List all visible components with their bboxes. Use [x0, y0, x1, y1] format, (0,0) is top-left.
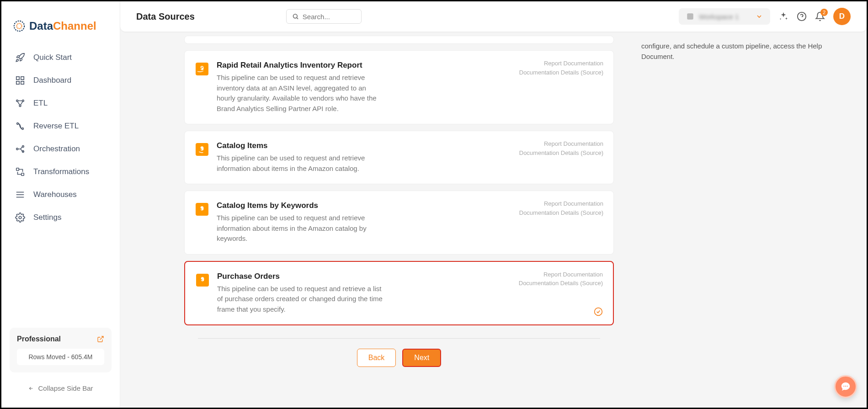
svg-point-25 — [843, 386, 844, 387]
logo-text-1: Data — [29, 20, 53, 32]
nav-label: ETL — [33, 99, 48, 108]
svg-point-20 — [293, 14, 297, 18]
card-desc: This pipeline can be used to request and… — [217, 213, 386, 244]
gear-icon — [15, 212, 25, 223]
svg-line-21 — [297, 18, 298, 19]
orchestration-icon — [15, 144, 25, 154]
main: Data Sources Workspace 1 2 D — [120, 1, 867, 408]
pipeline-card[interactable]: Rapid Retail Analytics Inventory Report … — [184, 50, 614, 124]
svg-point-24 — [595, 308, 602, 316]
amazon-icon — [196, 274, 209, 287]
pipeline-card[interactable]: Catalog Items This pipeline can be used … — [184, 131, 614, 184]
pipeline-card-partial[interactable] — [184, 36, 614, 44]
help-text: configure, and schedule a custom pipelin… — [641, 42, 822, 60]
workspace-icon — [686, 12, 694, 21]
nav-label: Quick Start — [33, 53, 72, 62]
sidebar-item-quick-start[interactable]: Quick Start — [7, 46, 114, 69]
next-button[interactable]: Next — [402, 349, 441, 367]
card-links: Report Documentation Documentation Detai… — [519, 199, 603, 217]
amazon-icon — [196, 63, 208, 75]
link-doc-details[interactable]: Documentation Details (Source) — [519, 68, 603, 77]
logo[interactable]: DataChannel — [1, 11, 120, 46]
link-report-doc[interactable]: Report Documentation — [519, 270, 603, 279]
svg-rect-15 — [21, 173, 24, 176]
warehouses-icon — [15, 190, 25, 200]
collapse-sidebar[interactable]: Collapse Side Bar — [1, 378, 120, 398]
nav-label: Warehouses — [33, 190, 77, 199]
chat-fab[interactable] — [834, 375, 857, 398]
avatar[interactable]: D — [833, 8, 851, 25]
sidebar-item-reverse-etl[interactable]: Reverse ETL — [7, 115, 114, 138]
card-desc: This pipeline can be used to request and… — [217, 73, 386, 114]
divider — [198, 338, 600, 339]
svg-point-12 — [22, 146, 24, 148]
back-button[interactable]: Back — [357, 349, 396, 367]
collapse-icon — [28, 385, 34, 392]
link-report-doc[interactable]: Report Documentation — [519, 59, 603, 68]
search-icon — [292, 12, 299, 21]
svg-point-19 — [19, 216, 21, 219]
link-doc-details[interactable]: Documentation Details (Source) — [519, 149, 603, 158]
sidebar-item-etl[interactable]: ETL — [7, 92, 114, 115]
workspace-name: Workspace 1 — [699, 13, 751, 21]
dashboard-icon — [15, 75, 25, 85]
card-links: Report Documentation Documentation Detai… — [519, 270, 603, 288]
svg-rect-14 — [16, 168, 19, 171]
help-icon[interactable] — [797, 11, 807, 21]
right-panel: configure, and schedule a custom pipelin… — [623, 32, 861, 408]
svg-point-11 — [16, 148, 18, 150]
nav-label: Reverse ETL — [33, 122, 79, 131]
transformations-icon — [15, 167, 25, 177]
search-input[interactable] — [303, 13, 356, 21]
content: Rapid Retail Analytics Inventory Report … — [120, 32, 867, 408]
chat-icon — [841, 382, 851, 392]
pipeline-list: Rapid Retail Analytics Inventory Report … — [175, 32, 623, 408]
plan-name: Professional — [17, 335, 61, 343]
svg-point-7 — [22, 100, 24, 102]
nav: Quick Start Dashboard ETL Reverse ETL Or… — [1, 46, 120, 322]
sidebar-item-dashboard[interactable]: Dashboard — [7, 69, 114, 92]
sidebar: DataChannel Quick Start Dashboard ETL Re… — [1, 1, 120, 408]
pipeline-card-selected[interactable]: Purchase Orders This pipeline can be use… — [184, 261, 614, 326]
page-title: Data Sources — [136, 11, 195, 22]
search-box[interactable] — [286, 9, 362, 24]
card-desc: This pipeline can be used to request and… — [217, 153, 386, 174]
svg-point-0 — [14, 21, 24, 31]
svg-point-8 — [19, 105, 21, 107]
sidebar-item-settings[interactable]: Settings — [7, 206, 114, 229]
sidebar-item-transformations[interactable]: Transformations — [7, 160, 114, 183]
pipeline-card[interactable]: Catalog Items by Keywords This pipeline … — [184, 191, 614, 255]
reverse-etl-icon — [15, 121, 25, 131]
sparkle-icon[interactable] — [778, 11, 788, 21]
notification-button[interactable]: 2 — [815, 11, 825, 21]
topbar: Data Sources Workspace 1 2 D — [120, 1, 867, 32]
workspace-dropdown[interactable]: Workspace 1 — [679, 8, 770, 25]
notif-count: 2 — [820, 9, 828, 16]
link-doc-details[interactable]: Documentation Details (Source) — [519, 279, 603, 288]
link-report-doc[interactable]: Report Documentation — [519, 139, 603, 149]
etl-icon — [15, 98, 25, 108]
svg-rect-3 — [21, 77, 24, 80]
collapse-label: Collapse Side Bar — [38, 384, 93, 392]
chevron-down-icon — [756, 13, 763, 20]
check-icon — [594, 307, 603, 316]
footer-buttons: Back Next — [184, 349, 614, 381]
card-links: Report Documentation Documentation Detai… — [519, 59, 603, 77]
rocket-icon — [15, 53, 25, 63]
amazon-icon — [196, 203, 208, 216]
svg-rect-2 — [16, 77, 19, 80]
svg-rect-5 — [16, 81, 19, 84]
svg-point-1 — [16, 23, 21, 28]
rows-moved: Rows Moved - 605.4M — [17, 349, 104, 365]
external-link-icon[interactable] — [97, 335, 104, 343]
plan-box: Professional Rows Moved - 605.4M — [10, 328, 112, 372]
svg-rect-4 — [21, 81, 24, 84]
card-desc: This pipeline can be used to request and… — [217, 284, 386, 315]
svg-rect-22 — [687, 13, 693, 20]
link-doc-details[interactable]: Documentation Details (Source) — [519, 208, 603, 218]
link-report-doc[interactable]: Report Documentation — [519, 199, 603, 208]
logo-icon — [13, 20, 26, 32]
sidebar-item-orchestration[interactable]: Orchestration — [7, 138, 114, 160]
svg-point-26 — [845, 386, 846, 387]
sidebar-item-warehouses[interactable]: Warehouses — [7, 183, 114, 206]
